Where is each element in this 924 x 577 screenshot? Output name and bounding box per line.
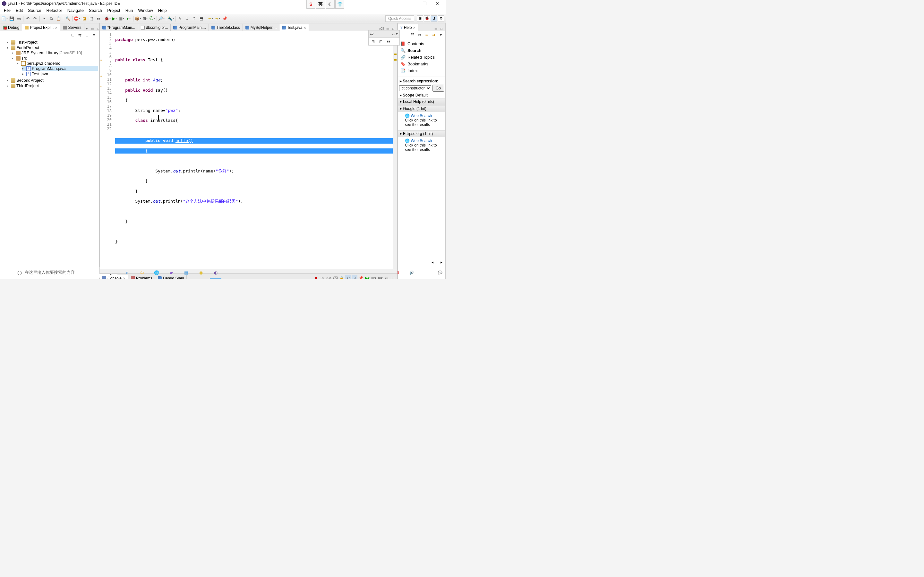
help-back-button[interactable]: ⇐ <box>423 32 430 38</box>
new-button[interactable]: 📄 <box>1 15 8 22</box>
new-java-project-button[interactable]: 📦 <box>135 15 141 22</box>
minimize-button[interactable]: — <box>409 1 415 6</box>
task-eclipse[interactable]: ◐ <box>208 266 223 279</box>
toolbar-icon[interactable]: ⬚ <box>88 15 94 22</box>
help-go-button[interactable]: Go <box>433 85 444 92</box>
status-scroll-right[interactable]: ▸ <box>437 260 446 264</box>
help-section-eclipse[interactable]: ▾ Eclipse.org (1 hit) <box>398 130 445 137</box>
ime-sogou-icon[interactable]: S <box>306 0 315 9</box>
warning-marker-icon[interactable]: ⚠ <box>100 58 103 61</box>
menu-run[interactable]: Run <box>123 7 136 13</box>
word-wrap-button[interactable]: ↩ <box>345 275 351 279</box>
back-button[interactable]: ⇐ <box>207 15 214 22</box>
collapse-all-button[interactable]: ⊟ <box>69 32 76 38</box>
editor-tab[interactable]: TreeSet.class <box>209 24 243 31</box>
prev-annotation-button[interactable]: ⇡ <box>191 15 197 22</box>
restore-view-button[interactable]: ▭ <box>392 32 395 36</box>
maximize-view-button[interactable]: □ <box>396 32 398 36</box>
ime-skin-icon[interactable]: 👕 <box>335 0 344 9</box>
toolbar-icon[interactable]: ☷ <box>95 15 102 22</box>
help-section-google[interactable]: ▾ Google (1 hit) <box>398 105 445 112</box>
code-editor[interactable]: ⚠ ⚠ ⚠ 1234567891011121314151617181920212… <box>100 31 397 269</box>
perspective-java[interactable]: J <box>431 15 437 22</box>
copy-button[interactable]: ⧉ <box>48 15 55 22</box>
help-related-icon[interactable]: ⧉ <box>417 32 423 38</box>
menu-source[interactable]: Source <box>25 7 44 13</box>
outline-icon[interactable]: ⊞ <box>370 39 376 45</box>
display-selected-button[interactable]: ▶▾ <box>365 275 370 279</box>
ime-lang-button[interactable]: 英 <box>316 0 325 9</box>
editor-tab[interactable]: *ProgramMain... <box>100 24 138 31</box>
save-all-button[interactable]: 🗃 <box>15 15 22 22</box>
paste-button[interactable]: 📋 <box>55 15 61 22</box>
code-text[interactable]: package pers.pwz.cmdemo; public class Te… <box>113 31 393 269</box>
help-bookmarks[interactable]: 🔖Bookmarks <box>399 61 444 67</box>
help-search-select[interactable]: ict.constructor <box>399 85 431 91</box>
close-icon[interactable]: ✕ <box>55 26 57 29</box>
view-menu-icon[interactable]: ▾ <box>438 32 444 38</box>
help-forward-button[interactable]: ⇒ <box>431 32 437 38</box>
remove-launch-button[interactable]: ✕ <box>320 275 325 279</box>
open-type-button[interactable]: 🔎 <box>158 15 165 22</box>
tab-servers[interactable]: Servers <box>60 24 84 31</box>
status-scroll-left[interactable]: ◂ <box>428 260 437 264</box>
forward-button[interactable]: ⇒ <box>214 15 221 22</box>
help-index[interactable]: 📑Index <box>399 67 444 74</box>
tray-volume-icon[interactable]: 🔊 <box>409 271 414 275</box>
menu-help[interactable]: Help <box>156 7 170 13</box>
tray-clock[interactable]: 下午6:00 2018/10/15 <box>417 268 435 277</box>
maximize-view-button[interactable]: □ <box>439 26 444 31</box>
menu-file[interactable]: File <box>1 7 13 13</box>
help-related-topics[interactable]: 🔗Related Topics <box>399 54 444 61</box>
task-app[interactable]: ▦ <box>179 266 193 279</box>
maximize-button[interactable]: ☐ <box>421 1 428 6</box>
help-all-topics-icon[interactable]: ☷ <box>409 32 416 38</box>
editor-tab[interactable]: dbconfig.pr... <box>138 24 171 31</box>
tab-help[interactable]: ? Help ✕ <box>398 24 418 31</box>
terminate-button[interactable]: ■ <box>313 275 319 279</box>
tab-debug[interactable]: 🐞Debug <box>0 24 22 31</box>
minimize-view-button[interactable]: ▭ <box>90 26 95 31</box>
view-menu-button[interactable]: ▾ <box>84 26 89 31</box>
perspective-javaee[interactable]: ⚙ <box>438 15 444 22</box>
search-button[interactable]: 🔦 <box>168 15 174 22</box>
open-console-button[interactable]: ▤▾ <box>371 275 376 279</box>
new-class-button[interactable]: Ⓒ <box>149 15 155 22</box>
editor-tab[interactable]: MySqlHelper.... <box>243 24 279 31</box>
minimize-view-button[interactable]: ▭ <box>433 26 438 31</box>
view-menu-icon[interactable]: ▾ <box>91 32 97 38</box>
redo-button[interactable]: ↷ <box>32 15 38 22</box>
task-explorer[interactable]: 🗂 <box>135 266 149 279</box>
warning-marker-icon[interactable]: ⚠ <box>100 74 103 77</box>
help-search[interactable]: 🔍Search <box>399 47 444 54</box>
show-console-button[interactable]: 🖥 <box>352 275 357 279</box>
toggle-mark-button[interactable]: ✎ <box>177 15 183 22</box>
warning-marker-icon[interactable]: ⚠ <box>100 85 103 88</box>
toolbar-icon[interactable]: ⬒ <box>198 15 204 22</box>
coverage-button[interactable]: ▣ <box>118 15 125 22</box>
menu-navigate[interactable]: Navigate <box>65 7 86 13</box>
next-annotation-button[interactable]: ⇣ <box>184 15 190 22</box>
menu-edit[interactable]: Edit <box>13 7 25 13</box>
web-search-link[interactable]: Web Search <box>411 113 432 118</box>
editor-tab[interactable]: ProgramMain.... <box>171 24 208 31</box>
new-package-button[interactable]: ⊞ <box>142 15 148 22</box>
help-section-local[interactable]: ▾ Local Help (0 hits) <box>398 98 445 105</box>
save-button[interactable]: 💾 <box>8 15 15 22</box>
toolbar-icon[interactable]: ◪ <box>81 15 87 22</box>
editor-tab-active[interactable]: Test.java✕ <box>279 24 309 31</box>
clear-console-button[interactable]: ⌫ <box>333 275 338 279</box>
debug-button[interactable]: 🐞 <box>104 15 111 22</box>
overview-ruler[interactable] <box>393 31 397 269</box>
task-edge[interactable]: e <box>120 266 134 279</box>
maximize-view-button[interactable]: □ <box>96 26 99 31</box>
task-app2[interactable]: ◉ <box>194 266 208 279</box>
task-vs[interactable]: ▰ <box>164 266 178 279</box>
help-contents[interactable]: 📕Contents <box>399 40 444 47</box>
tray-network-icon[interactable]: 🖧 <box>403 271 406 274</box>
start-button[interactable] <box>0 266 15 279</box>
task-chrome[interactable]: 🌐 <box>150 266 164 279</box>
close-icon[interactable]: ✕ <box>413 26 415 29</box>
tray-notifications-icon[interactable]: 💬 <box>438 271 443 275</box>
link-editor-button[interactable]: ⇆ <box>77 32 83 38</box>
